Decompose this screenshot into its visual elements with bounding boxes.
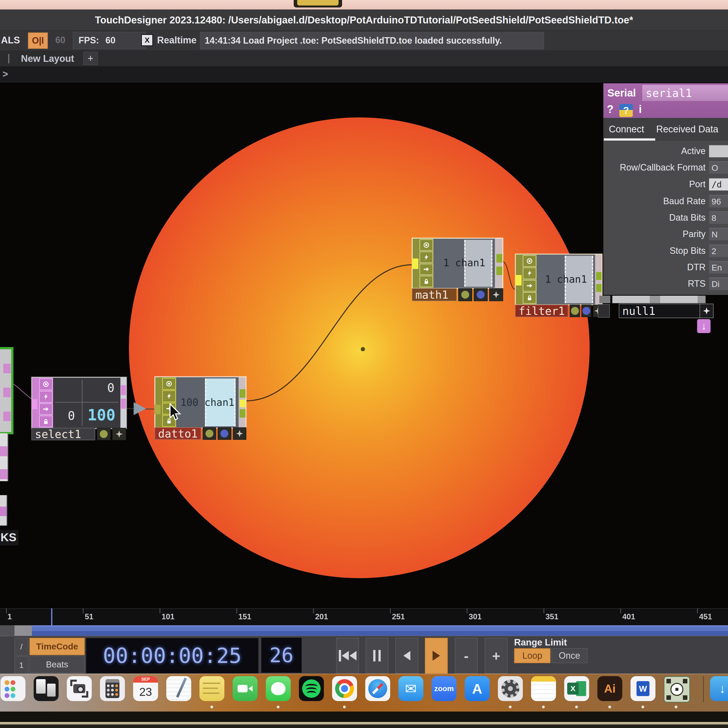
cook-flag-icon[interactable] (523, 268, 536, 279)
math1-color-button[interactable] (458, 288, 472, 301)
mail-icon[interactable]: ✉ (398, 676, 423, 701)
datto1-star-icon[interactable] (233, 427, 246, 440)
decrement-frame-button[interactable]: - (455, 638, 478, 674)
python-help-icon[interactable]: ? (619, 104, 633, 117)
node-filter1[interactable]: 1 chan1 (515, 254, 603, 305)
lock-flag-icon[interactable] (420, 276, 433, 287)
math1-name[interactable]: math1 (412, 288, 457, 301)
rts-menu[interactable]: Di (709, 277, 728, 290)
tab-new-layout[interactable]: New Layout (21, 54, 74, 64)
play-button[interactable] (425, 638, 448, 674)
select1-output-connector[interactable] (121, 399, 126, 408)
mission-control-icon[interactable] (34, 676, 58, 701)
null1-viewer-active-arrow-icon[interactable]: ↓ (697, 319, 711, 333)
viewer-flag-icon[interactable] (39, 378, 53, 390)
baud-rate-menu[interactable]: 96 (709, 195, 728, 207)
stickies-icon[interactable] (199, 676, 224, 701)
select1-input-connector[interactable] (31, 399, 37, 409)
dtr-menu[interactable]: En (709, 261, 728, 274)
export-flag-icon[interactable] (39, 404, 53, 415)
timeline-ruler[interactable] (0, 608, 728, 626)
textedit-icon[interactable] (531, 676, 556, 701)
datto1-viewer[interactable]: 100 chan1 (176, 377, 239, 428)
messages-icon[interactable] (266, 676, 291, 701)
datto1-color-button[interactable] (203, 427, 216, 440)
null1-name[interactable]: null1 (619, 304, 705, 318)
null1-star-icon[interactable] (700, 304, 714, 318)
lock-flag-icon[interactable] (523, 292, 536, 304)
row-callback-format-menu[interactable]: O (709, 161, 728, 174)
timeline-range-bar[interactable] (0, 625, 728, 636)
illustrator-icon[interactable]: Ai (597, 676, 622, 701)
cook-flag-icon[interactable] (39, 391, 53, 403)
tab-connect[interactable]: Connect (609, 124, 644, 135)
math1-output-column[interactable] (495, 239, 502, 288)
filter1-name[interactable]: filter1 (515, 305, 568, 317)
info-icon[interactable]: i (639, 103, 642, 115)
parity-menu[interactable]: N (709, 228, 728, 240)
touchdesigner-icon[interactable] (664, 676, 690, 703)
math1-viewer[interactable]: 1 chan1 (434, 239, 495, 288)
safari-icon[interactable] (365, 676, 390, 701)
spotify-icon[interactable] (299, 676, 324, 701)
notes-icon[interactable] (166, 676, 191, 701)
select1-input-column[interactable] (32, 378, 39, 428)
filter1-input-column[interactable] (516, 255, 522, 304)
select1-output-column[interactable] (121, 378, 126, 428)
partial-selected-node[interactable] (0, 347, 14, 434)
calculator-icon[interactable] (100, 676, 125, 701)
lock-flag-icon[interactable] (39, 416, 53, 427)
data-bits-menu[interactable]: 8 (709, 211, 728, 224)
launchpad-icon[interactable] (0, 676, 25, 701)
select1-name[interactable]: select1 (31, 428, 95, 440)
zoom-icon[interactable]: zoom (431, 676, 456, 701)
loop-button[interactable]: Loop (514, 648, 551, 663)
oi-toggle-button[interactable]: O|I (28, 32, 48, 49)
tab-received-data[interactable]: Received Data (656, 124, 718, 135)
timecode-mode-button[interactable]: TimeCode (29, 638, 85, 655)
viewer-flag-icon[interactable] (420, 239, 433, 251)
datto1-comment-button[interactable] (218, 427, 231, 440)
math1-output-connector[interactable] (496, 254, 502, 263)
math1-input-column[interactable] (413, 239, 419, 288)
jump-to-start-button[interactable] (336, 638, 359, 674)
screenshot-icon[interactable] (67, 676, 92, 701)
filter1-color-button[interactable] (570, 305, 580, 317)
system-settings-icon[interactable] (498, 676, 523, 701)
null1-input-stub[interactable] (598, 304, 610, 318)
filter1-viewer[interactable]: 1 chan1 (537, 255, 595, 304)
realtime-control[interactable]: X Realtime (141, 32, 196, 48)
export-flag-icon[interactable] (523, 280, 536, 291)
app-store-icon[interactable]: A (465, 676, 489, 701)
once-button[interactable]: Once (552, 648, 587, 663)
cook-flag-icon[interactable] (162, 390, 176, 402)
timeline-mode-one-button[interactable]: 1 (14, 656, 28, 674)
partial-node[interactable] (0, 495, 7, 526)
viewer-flag-icon[interactable] (523, 255, 536, 267)
export-flag-icon[interactable] (420, 264, 433, 275)
operator-name-field[interactable]: serial1 (642, 85, 728, 101)
datto1-input-column[interactable] (155, 377, 162, 428)
add-layout-button[interactable]: + (83, 52, 98, 65)
network-path-bar[interactable]: > (0, 66, 728, 83)
select1-table-viewer[interactable]: 0 0 100 (53, 378, 121, 428)
datto1-output-connector[interactable] (240, 400, 246, 407)
viewer-flag-icon[interactable] (162, 378, 176, 390)
chrome-icon[interactable] (332, 676, 357, 701)
active-toggle[interactable] (709, 145, 728, 157)
downloads-icon[interactable]: ↓ (710, 676, 728, 701)
partial-node[interactable] (0, 433, 8, 481)
node-math1[interactable]: 1 chan1 (412, 238, 503, 289)
select1-star-icon[interactable] (112, 428, 126, 440)
calendar-icon[interactable]: SEP 23 (133, 676, 158, 701)
select1-color-button[interactable] (97, 428, 111, 440)
stop-bits-menu[interactable]: 2 (709, 245, 728, 257)
null1-body[interactable] (612, 296, 705, 303)
datto1-name[interactable]: datto1 (154, 427, 201, 440)
word-icon[interactable]: W (630, 676, 655, 701)
timeline-mode-slash-button[interactable]: / (14, 638, 28, 656)
excel-icon[interactable]: X (564, 676, 589, 701)
datto1-output-column[interactable] (239, 377, 246, 428)
filter1-output-connector[interactable] (596, 272, 602, 280)
port-field[interactable]: /d (709, 178, 728, 190)
